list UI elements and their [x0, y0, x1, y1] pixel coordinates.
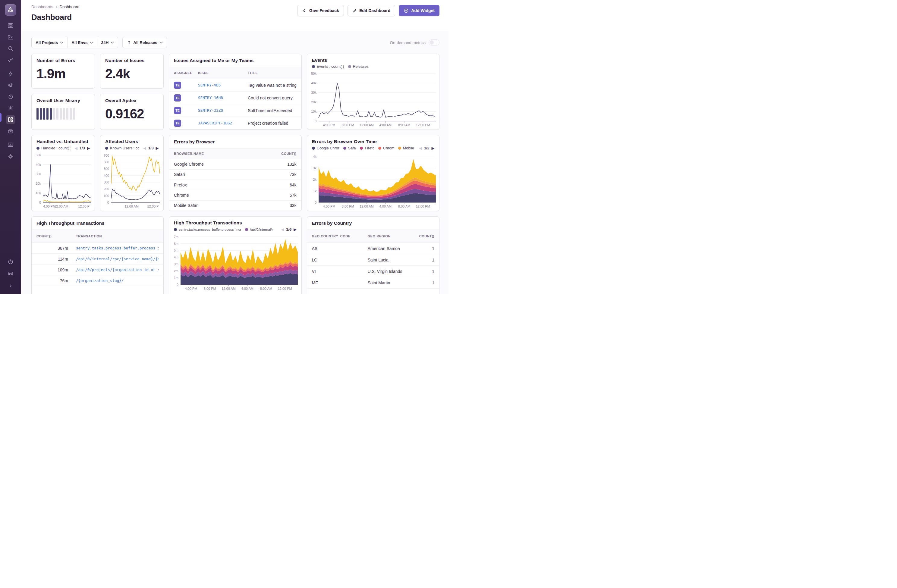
column-title: TITLE — [248, 71, 297, 75]
browser-over-time-stacked-chart[interactable]: 01k2k3k4k4:00 PM8:00 PM12:00 AM4:00 AM8:… — [308, 151, 438, 209]
transaction-link[interactable]: /api/0/projects/{organization_id_or_slug… — [76, 267, 159, 272]
legend-dot — [343, 147, 346, 150]
table-row: Chrome 57k — [169, 190, 302, 200]
sidebar-item-help[interactable] — [6, 257, 15, 266]
svg-text:12:00 PM: 12:00 PM — [416, 123, 430, 127]
widget-overall-user-misery: Overall User Misery — [31, 94, 95, 130]
svg-text:500: 500 — [104, 167, 109, 171]
country-region: American Samoa — [368, 246, 413, 251]
pager-next-icon[interactable]: ▶ — [156, 146, 159, 150]
apdex-value: 0.9162 — [105, 106, 159, 121]
release-filter[interactable]: All Releases — [122, 37, 167, 48]
affected-users-line-chart[interactable]: 010020030040050060070012:00 AM12:00 P — [101, 151, 162, 209]
legend-item[interactable]: Chrome — [378, 146, 394, 150]
legend-item[interactable]: Known Users : cour — [105, 146, 139, 150]
chart-legend: Known Users : cour ◀1/3▶ — [105, 146, 159, 150]
legend-label: Safari — [348, 146, 356, 150]
pager-count: 1/2 — [424, 146, 430, 150]
table-header: COUNT() TRANSACTION — [32, 229, 163, 243]
sentry-logo[interactable] — [5, 4, 16, 16]
breadcrumb-dashboards[interactable]: Dashboards — [31, 5, 54, 9]
sidebar-item-performance[interactable] — [6, 55, 15, 64]
chart-legend: Events : count( ) Releases — [312, 64, 435, 69]
legend-item[interactable]: Handled : count( ) — [37, 146, 70, 150]
sidebar-item-settings[interactable] — [6, 152, 15, 161]
svg-text:12:00 AM: 12:00 AM — [54, 205, 68, 208]
add-widget-button[interactable]: Add Widget — [399, 5, 439, 16]
transaction-link[interactable]: /api/0/internal/rpc/{service_name}/{meth… — [76, 257, 159, 261]
column-region: GEO.REGION — [368, 234, 413, 238]
table-row: TE SENTRY-16H8 Could not convert query — [169, 92, 302, 104]
sidebar-item-feedback[interactable] — [6, 81, 15, 90]
project-filter[interactable]: All Projects — [32, 37, 67, 48]
sidebar-item-issues[interactable] — [6, 21, 15, 30]
svg-text:1k: 1k — [313, 189, 317, 193]
pager-prev-icon[interactable]: ◀ — [75, 146, 77, 150]
sidebar-collapse[interactable] — [6, 281, 15, 290]
widget-errors-by-browser-over-time: Errors by Browser Over Time Google Chrom… — [307, 135, 440, 211]
widget-title: High Throughput Transactions — [37, 220, 159, 226]
date-range-filter[interactable]: 24H — [97, 37, 118, 48]
events-line-chart[interactable]: 010k20k30k40k50k4:00 PM8:00 PM12:00 AM4:… — [308, 69, 438, 128]
svg-text:1m: 1m — [174, 276, 178, 279]
issue-link[interactable]: SENTRY-VD5 — [198, 83, 248, 87]
legend-label: Events : count( ) — [317, 64, 344, 69]
svg-text:40k: 40k — [311, 81, 317, 85]
widget-title: Number of Issues — [105, 58, 159, 63]
widget-title: Overall User Misery — [37, 98, 90, 103]
legend-item[interactable]: Firefox — [360, 146, 374, 150]
environment-filter[interactable]: All Envs — [67, 37, 97, 48]
legend-item[interactable]: Releases — [348, 64, 369, 69]
svg-text:0: 0 — [39, 201, 41, 204]
sidebar-item-alerts-lightning[interactable] — [6, 69, 15, 78]
legend-item[interactable]: Mobile S — [398, 146, 415, 150]
issue-link[interactable]: SENTRY-16H8 — [198, 96, 248, 100]
table-row: AS American Samoa 1 — [307, 243, 439, 254]
svg-text:12:00 AM: 12:00 AM — [222, 287, 236, 290]
sidebar-item-alerts-siren[interactable] — [6, 104, 15, 113]
on-demand-metrics-toggle[interactable] — [429, 40, 439, 46]
chart-legend: sentry.tasks.process_buffer.process_incr… — [174, 227, 297, 232]
svg-text:200: 200 — [104, 187, 109, 191]
legend-item[interactable]: Events : count( ) — [312, 64, 344, 69]
legend-item[interactable]: sentry.tasks.process_buffer.process_incr — [174, 228, 241, 231]
sidebar-item-projects[interactable] — [6, 32, 15, 41]
column-issue: ISSUE — [198, 71, 248, 75]
dashboard-grid: Number of Errors 1.9m Number of Issues 2… — [31, 53, 439, 294]
pager-next-icon[interactable]: ▶ — [294, 228, 296, 232]
give-feedback-button[interactable]: Give Feedback — [297, 5, 344, 16]
chart-legend: Handled : count( ) ◀1/3▶ — [37, 146, 90, 150]
legend-dot — [348, 65, 351, 68]
handled-line-chart[interactable]: 010k20k30k40k50k4:00 PM12:00 AM12:00 P — [32, 151, 93, 209]
edit-dashboard-button[interactable]: Edit Dashboard — [347, 5, 395, 16]
pager-prev-icon[interactable]: ◀ — [419, 146, 422, 150]
legend-item[interactable]: Google Chrome — [312, 146, 339, 150]
pager-count: 1/3 — [80, 146, 85, 150]
legend-item[interactable]: Safari — [343, 146, 356, 150]
sidebar-item-whats-new[interactable] — [6, 269, 15, 278]
svg-text:12:00 P: 12:00 P — [147, 205, 159, 208]
legend-item[interactable]: /api/0/internal/r — [245, 228, 273, 231]
sidebar-item-replays[interactable] — [6, 92, 15, 101]
throughput-stacked-chart[interactable]: 01m2m3m4m5m6m7m4:00 PM8:00 PM12:00 AM4:0… — [170, 232, 300, 291]
pager-next-icon[interactable]: ▶ — [87, 146, 90, 150]
country-code: MF — [312, 281, 368, 285]
legend-dot — [378, 147, 381, 150]
issue-link[interactable]: SENTRY-32ZQ — [198, 108, 248, 113]
sidebar-item-stats[interactable] — [6, 141, 15, 150]
country-region: Saint Martin — [368, 281, 413, 285]
sidebar-item-releases[interactable] — [6, 127, 15, 136]
sidebar-item-dashboards[interactable] — [6, 115, 15, 124]
pager-next-icon[interactable]: ▶ — [432, 146, 434, 150]
pager-prev-icon[interactable]: ◀ — [281, 228, 284, 232]
legend-label: Mobile S — [403, 146, 415, 150]
svg-text:600: 600 — [104, 160, 109, 164]
svg-text:8:00 PM: 8:00 PM — [341, 123, 354, 127]
transaction-link[interactable]: /{organization_slug}/ — [76, 278, 159, 283]
transaction-link[interactable]: sentry.tasks.process_buffer.process_incr — [76, 246, 159, 250]
issue-link[interactable]: JAVASCRIPT-1BG2 — [198, 121, 248, 125]
column-transaction: TRANSACTION — [76, 234, 159, 238]
pager-prev-icon[interactable]: ◀ — [143, 146, 146, 150]
column-count: COUNT() — [37, 234, 68, 238]
sidebar-item-search[interactable] — [6, 44, 15, 53]
